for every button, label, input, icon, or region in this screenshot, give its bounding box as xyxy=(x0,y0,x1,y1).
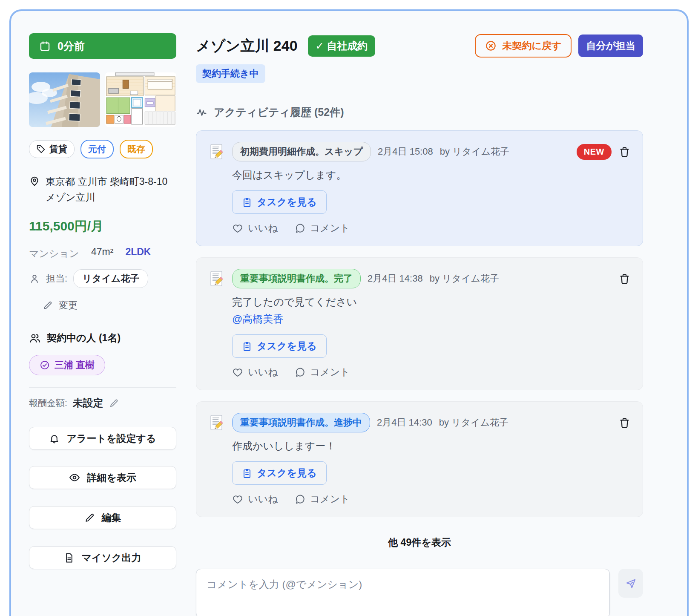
heart-icon xyxy=(232,494,243,505)
heart-icon xyxy=(232,223,243,234)
activity-author: by リタイム花子 xyxy=(440,145,509,158)
memo-icon xyxy=(208,143,225,160)
like-label: いいね xyxy=(248,366,278,379)
building-photo[interactable] xyxy=(29,72,100,127)
delete-activity-button[interactable] xyxy=(618,417,631,429)
property-spec-row: マンション 47m² 2LDK xyxy=(29,246,176,261)
activity-pulse-icon xyxy=(196,107,207,118)
edit-button[interactable]: 編集 xyxy=(29,506,176,529)
activity-status-pill: 重要事項説明書作成。完了 xyxy=(232,269,361,288)
maisoku-label: マイソク出力 xyxy=(81,551,141,564)
activity-timestamp: 2月4日 14:38 xyxy=(368,272,423,285)
property-address: 東京都 立川市 柴崎町3-8-10 メゾン立川 xyxy=(29,174,176,206)
pencil-icon xyxy=(84,512,95,523)
activity-author: by リタイム花子 xyxy=(430,272,499,285)
speech-bubble-icon xyxy=(294,494,305,505)
comment-label: コメント xyxy=(310,222,350,235)
speech-bubble-icon xyxy=(294,223,305,234)
speech-bubble-icon xyxy=(294,367,305,378)
property-detail-page: 0分前 xyxy=(0,0,698,616)
contractor-pill[interactable]: 三浦 直樹 xyxy=(29,355,105,375)
revert-contract-button[interactable]: 未契約に戻す xyxy=(475,34,572,58)
check-circle-icon xyxy=(40,360,50,370)
price-label: 115,500円/月 xyxy=(29,218,176,235)
show-more-button[interactable]: 他 49件を表示 xyxy=(196,536,643,549)
comment-button[interactable]: コメント xyxy=(294,366,350,379)
like-label: いいね xyxy=(248,492,278,506)
clipboard-icon xyxy=(242,197,252,207)
clipboard-icon xyxy=(242,341,252,351)
activity-timestamp: 2月4日 14:30 xyxy=(377,416,432,429)
comment-input[interactable] xyxy=(196,569,610,616)
address-text: 東京都 立川市 柴崎町3-8-10 メゾン立川 xyxy=(46,174,173,206)
assignee-name-pill[interactable]: リタイム花子 xyxy=(73,269,148,288)
activity-body: 作成かいししますー！ xyxy=(232,439,631,453)
tag-icon xyxy=(36,144,46,154)
property-type: マンション xyxy=(29,246,79,261)
maisoku-export-button[interactable]: マイソク出力 xyxy=(29,546,176,569)
property-tags: 賃貸 元付 既存 xyxy=(29,140,176,158)
tag-rental-label: 賃貸 xyxy=(49,143,67,155)
activity-card: 初期費用明細作成。スキップ 2月4日 15:08 by リタイム花子 NEW 今… xyxy=(196,130,643,246)
memo-icon xyxy=(208,414,225,431)
own-assignee-badge: 自分が担当 xyxy=(578,35,643,57)
comment-label: コメント xyxy=(310,366,350,379)
delete-activity-button[interactable] xyxy=(618,273,631,285)
map-pin-icon xyxy=(29,176,40,187)
assignee-label: 担当: xyxy=(46,272,67,285)
view-task-button[interactable]: タスクを見る xyxy=(232,190,327,214)
change-assignee-button[interactable]: 変更 xyxy=(43,299,176,312)
contractor-name: 三浦 直樹 xyxy=(55,359,95,371)
reward-row: 報酬金額: 未設定 xyxy=(29,396,176,410)
reward-value: 未設定 xyxy=(73,396,103,410)
activity-status-pill: 重要事項説明書作成。進捗中 xyxy=(232,413,370,432)
set-alert-label: アラートを設定する xyxy=(66,432,156,445)
updated-time-badge: 0分前 xyxy=(29,33,176,59)
bell-icon xyxy=(49,433,60,444)
heart-icon xyxy=(232,367,243,378)
like-button[interactable]: いいね xyxy=(232,492,278,506)
property-floor-plan[interactable]: 2LDK xyxy=(125,246,151,258)
comment-composer xyxy=(196,569,643,616)
contractors-heading: 契約中の人 (1名) xyxy=(29,331,176,345)
activity-body: 今回はスキップします。 xyxy=(232,168,631,182)
calendar-icon xyxy=(39,40,51,52)
comment-button[interactable]: コメント xyxy=(294,492,350,506)
like-button[interactable]: いいね xyxy=(232,222,278,235)
clipboard-icon xyxy=(242,468,252,478)
person-icon xyxy=(29,273,40,284)
floor-plan-image[interactable] xyxy=(105,72,176,127)
property-photos xyxy=(29,72,176,127)
new-badge: NEW xyxy=(577,144,612,160)
mention-link[interactable]: @高橋美香 xyxy=(232,312,631,326)
comment-button[interactable]: コメント xyxy=(294,222,350,235)
edit-label: 編集 xyxy=(102,511,121,524)
delete-activity-button[interactable] xyxy=(618,146,631,158)
paper-plane-icon xyxy=(625,578,637,589)
tag-listing: 元付 xyxy=(80,140,114,158)
edit-reward-icon[interactable] xyxy=(109,398,119,408)
reward-label: 報酬金額: xyxy=(29,397,67,409)
activity-author: by リタイム花子 xyxy=(439,416,508,429)
send-comment-button[interactable] xyxy=(618,569,643,598)
activity-card: 重要事項説明書作成。進捗中 2月4日 14:30 by リタイム花子 作成かいし… xyxy=(196,401,643,517)
like-label: いいね xyxy=(248,222,278,235)
revert-contract-label: 未契約に戻す xyxy=(502,39,561,52)
app-container: 0分前 xyxy=(9,9,689,616)
view-task-button[interactable]: タスクを見る xyxy=(232,334,327,358)
activity-body: 完了したので見てください xyxy=(232,295,631,309)
assignee-row: 担当: リタイム花子 xyxy=(29,269,176,288)
activity-heading: アクティビティ履歴 (52件) xyxy=(196,105,643,119)
change-label: 変更 xyxy=(59,299,78,312)
memo-icon xyxy=(208,270,225,287)
deal-closed-badge: ✓ 自社成約 xyxy=(308,35,376,57)
tag-existing-label: 既存 xyxy=(127,143,145,155)
comment-label: コメント xyxy=(310,492,350,506)
eye-icon xyxy=(69,472,80,483)
like-button[interactable]: いいね xyxy=(232,366,278,379)
set-alert-button[interactable]: アラートを設定する xyxy=(29,427,176,450)
page-title: メゾン立川 240 xyxy=(196,36,298,56)
show-detail-button[interactable]: 詳細を表示 xyxy=(29,466,176,489)
tag-rental: 賃貸 xyxy=(29,140,75,158)
view-task-button[interactable]: タスクを見る xyxy=(232,461,327,485)
